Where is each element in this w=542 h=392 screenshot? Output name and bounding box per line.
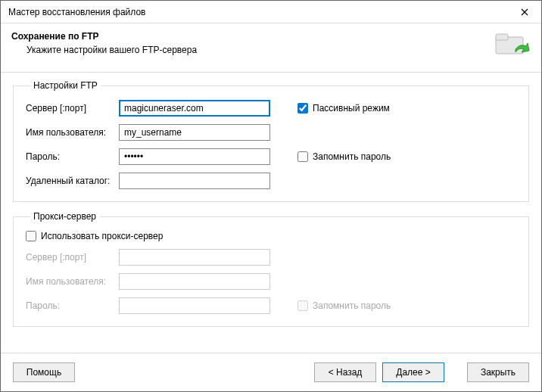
remember-password-checkbox[interactable]: Запомнить пароль xyxy=(297,151,391,162)
passive-mode-label: Пассивный режим xyxy=(313,103,390,114)
ftp-settings-group: Настройки FTP Сервер [:порт] Пассивный р… xyxy=(13,80,529,202)
proxy-legend: Прокси-сервер xyxy=(30,211,99,222)
ftp-folder-icon xyxy=(494,31,531,61)
ftp-pass-label: Пароль: xyxy=(26,151,113,162)
ftp-server-input[interactable] xyxy=(119,100,270,117)
proxy-user-input xyxy=(119,273,270,290)
footer: Помощь < Назад Далее > Закрыть xyxy=(1,353,541,391)
use-proxy-label: Использовать прокси-сервер xyxy=(41,231,163,241)
passive-mode-checkbox[interactable]: Пассивный режим xyxy=(297,103,390,114)
proxy-user-label: Имя пользователя: xyxy=(26,276,113,287)
ftp-user-input[interactable] xyxy=(119,124,270,141)
window-title: Мастер восстановления файлов xyxy=(8,7,145,17)
proxy-server-label: Сервер [:порт] xyxy=(26,252,113,263)
proxy-remember-box xyxy=(297,300,308,311)
page-title: Сохранение по FTP xyxy=(11,31,197,42)
close-icon[interactable] xyxy=(507,1,541,23)
wizard-header: Сохранение по FTP Укажите настройки ваше… xyxy=(1,23,541,73)
proxy-remember-label: Запомнить пароль xyxy=(313,300,391,311)
remember-password-label: Запомнить пароль xyxy=(313,151,391,162)
svg-rect-1 xyxy=(496,34,508,40)
help-button[interactable]: Помощь xyxy=(13,362,75,382)
close-button[interactable]: Закрыть xyxy=(467,362,529,382)
titlebar: Мастер восстановления файлов xyxy=(1,1,541,23)
ftp-server-label: Сервер [:порт] xyxy=(26,103,113,114)
proxy-pass-label: Пароль: xyxy=(26,300,113,311)
remember-password-box[interactable] xyxy=(297,151,308,162)
passive-mode-box[interactable] xyxy=(297,103,308,114)
ftp-dir-input[interactable] xyxy=(119,173,270,189)
next-button[interactable]: Далее > xyxy=(382,362,444,382)
proxy-remember-checkbox: Запомнить пароль xyxy=(297,300,391,311)
back-button[interactable]: < Назад xyxy=(314,362,376,382)
page-subtitle: Укажите настройки вашего FTP-сервера xyxy=(26,45,197,55)
proxy-settings-group: Прокси-сервер Использовать прокси-сервер… xyxy=(13,211,529,327)
ftp-legend: Настройки FTP xyxy=(30,80,101,91)
use-proxy-checkbox[interactable]: Использовать прокси-сервер xyxy=(26,231,163,241)
ftp-user-label: Имя пользователя: xyxy=(26,127,113,138)
proxy-server-input xyxy=(119,249,270,266)
content-area: Настройки FTP Сервер [:порт] Пассивный р… xyxy=(1,73,541,353)
use-proxy-box[interactable] xyxy=(26,231,36,241)
ftp-dir-label: Удаленный каталог: xyxy=(26,176,113,186)
proxy-pass-input xyxy=(119,297,270,314)
ftp-pass-input[interactable] xyxy=(119,148,270,165)
